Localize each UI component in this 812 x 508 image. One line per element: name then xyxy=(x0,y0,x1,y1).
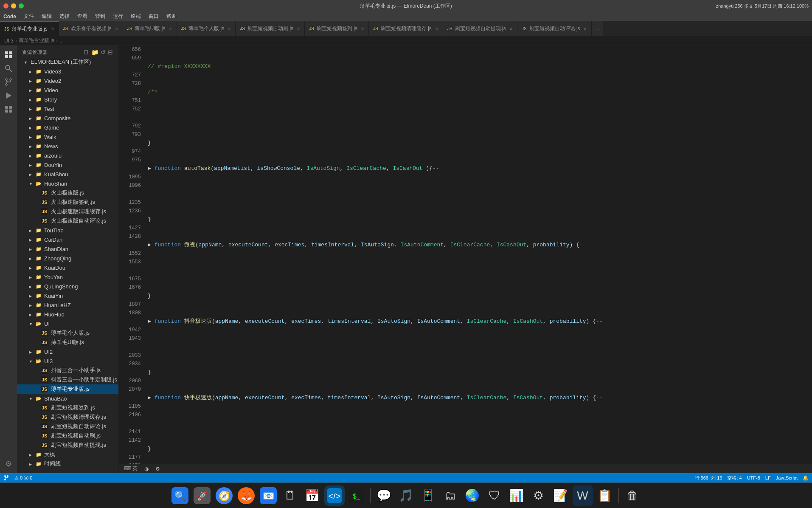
sidebar-item-kuaishou[interactable]: 📁KuaiShou xyxy=(17,169,118,179)
tab-close-button[interactable]: × xyxy=(361,25,364,32)
sidebar-item-qulingsheng[interactable]: 📁QuLingSheng xyxy=(17,282,118,291)
status-spaces[interactable]: 空格: 4 xyxy=(727,475,742,481)
tab-close-button[interactable]: × xyxy=(297,25,300,32)
sidebar-item-ui3[interactable]: 📂UI3 xyxy=(17,356,118,366)
dock-misc8[interactable]: 📋 xyxy=(595,485,615,506)
minimize-button[interactable] xyxy=(11,3,16,8)
sidebar-item-sb1[interactable]: JS刷宝短视频签到.js xyxy=(17,403,118,412)
status-extra[interactable]: 🔔 xyxy=(803,475,809,481)
new-file-icon[interactable]: 🗒 xyxy=(83,49,90,56)
tab-9[interactable]: JS 刷宝短视频自动评论.js × xyxy=(517,21,592,36)
extensions-icon[interactable] xyxy=(3,103,14,115)
tab-close-button[interactable]: × xyxy=(584,25,587,32)
sidebar-item-kuaiyin[interactable]: 📁KuaiYin xyxy=(17,291,118,300)
menu-run[interactable]: 运行 xyxy=(110,12,126,21)
sidebar-item-aizoulu[interactable]: 📁aizoulu xyxy=(17,151,118,160)
sidebar-item-ui-version[interactable]: JS薄羊毛UI版.js xyxy=(17,338,118,347)
tab-close-button[interactable]: × xyxy=(51,25,54,32)
sidebar-item-ui-personal[interactable]: JS薄羊毛个人版.js xyxy=(17,328,118,338)
status-encoding[interactable]: UTF-8 xyxy=(747,475,760,480)
sidebar-item-douyin-custom[interactable]: JS抖音三合一小助手定制版.js xyxy=(17,375,118,384)
settings-gear-icon[interactable]: ⚙ xyxy=(155,466,160,472)
sidebar-item-caidan[interactable]: 📁CaiDan xyxy=(17,235,118,244)
dock-misc7[interactable]: 📝 xyxy=(551,485,571,506)
menu-file[interactable]: 文件 xyxy=(20,12,37,21)
tab-3[interactable]: JS 薄羊毛UI版.js × xyxy=(123,21,177,36)
dock-misc1[interactable]: 📱 xyxy=(418,485,438,506)
menu-edit[interactable]: 编辑 xyxy=(38,12,55,21)
status-cursor[interactable]: 行 566, 列 16 xyxy=(695,475,722,481)
tab-6[interactable]: JS 刷宝短视频签到.js × xyxy=(305,21,369,36)
code-lines[interactable]: // #region XXXXXXXX /** } ▶ function aut… xyxy=(144,45,812,464)
sidebar-item-story[interactable]: 📁Story xyxy=(17,95,118,104)
source-control-icon[interactable] xyxy=(3,76,14,88)
sidebar-item-douyin-helper[interactable]: JS抖音三合一小助手.js xyxy=(17,366,118,375)
sidebar-item-video3[interactable]: 📁Video3 xyxy=(17,67,118,76)
editor-content[interactable]: 656 659 727 728 751 752 792 793 974 975 … xyxy=(119,45,812,464)
tab-close-button[interactable]: × xyxy=(435,25,438,32)
sidebar-item-timeline[interactable]: 📁时间线 xyxy=(17,459,118,468)
sidebar-item-video[interactable]: 📁Video xyxy=(17,85,118,95)
dock-firefox[interactable]: 🦊 xyxy=(236,485,256,506)
dock-launchpad[interactable]: 🚀 xyxy=(192,485,212,506)
sidebar-item-kuaidou[interactable]: 📁KuaiDou xyxy=(17,263,118,272)
tab-2[interactable]: JS 欢乐盒子看视频.js × xyxy=(59,21,123,36)
tab-close-button[interactable]: × xyxy=(509,25,513,32)
tab-7[interactable]: JS 刷宝短视频清理缓存.js × xyxy=(369,21,443,36)
sidebar-item-huohuo[interactable]: 📁HuoHuo xyxy=(17,310,118,319)
explorer-icon[interactable] xyxy=(3,49,14,61)
tab-close-button[interactable]: × xyxy=(228,25,231,32)
tab-close-button[interactable]: × xyxy=(115,25,118,32)
dock-misc5[interactable]: 📊 xyxy=(506,485,527,506)
dock-mail[interactable]: 📧 xyxy=(258,485,278,506)
sidebar-item-news[interactable]: 📁News xyxy=(17,141,118,151)
menu-terminal[interactable]: 终端 xyxy=(127,12,144,21)
sidebar-item-shandian[interactable]: 📁ShanDian xyxy=(17,244,118,254)
theme-icon[interactable]: ◑ xyxy=(144,466,149,472)
search-icon[interactable] xyxy=(3,62,14,74)
tab-4[interactable]: JS 薄羊毛个人版.js × xyxy=(177,21,236,36)
sidebar-item-youyan[interactable]: 📁YouYan xyxy=(17,272,118,282)
dock-safari[interactable]: 🧭 xyxy=(214,485,234,506)
sidebar-item-douyin[interactable]: 📁DouYin xyxy=(17,160,118,169)
input-method-icon[interactable]: ⌨ 英 xyxy=(124,465,138,472)
breadcrumb-part-2[interactable]: 薄羊毛专业版.js xyxy=(19,37,54,44)
tab-close-button[interactable]: × xyxy=(169,25,172,32)
status-line-ending[interactable]: LF xyxy=(765,475,771,480)
sidebar-item-video2[interactable]: 📁Video2 xyxy=(17,76,118,85)
status-branch[interactable] xyxy=(3,475,10,481)
menu-window[interactable]: 窗口 xyxy=(145,12,162,21)
menu-select[interactable]: 选择 xyxy=(56,12,73,21)
dock-trash[interactable]: 🗑 xyxy=(622,485,643,506)
sidebar-item-huoshan[interactable]: 📂HuoShan xyxy=(17,179,118,188)
traffic-lights[interactable] xyxy=(3,3,24,8)
breadcrumb-part-1[interactable]: UI 3 xyxy=(4,38,14,44)
sidebar-item-huoshan-js2[interactable]: JS火山极速版签到.js xyxy=(17,198,118,207)
sidebar-item-sb5[interactable]: JS刷宝短视频自动提现.js xyxy=(17,440,118,450)
sidebar-item-composite[interactable]: 📁Composite xyxy=(17,113,118,123)
menu-goto[interactable]: 转到 xyxy=(92,12,109,21)
tab-5[interactable]: JS 刷宝短视频自动刷.js × xyxy=(236,21,305,36)
breadcrumb-part-3[interactable]: ... xyxy=(59,38,64,44)
dock-terminal[interactable]: $_ xyxy=(346,485,367,506)
menu-help[interactable]: 帮助 xyxy=(163,12,180,21)
maximize-button[interactable] xyxy=(19,3,24,8)
dock-finder[interactable]: 🔍 xyxy=(170,485,190,506)
sidebar-item-game[interactable]: 📁Game xyxy=(17,123,118,132)
dock-music[interactable]: 🎵 xyxy=(396,485,416,506)
dock-calendar[interactable]: 📅 xyxy=(302,485,323,506)
sidebar-item-toutiao[interactable]: 📁TouTiao xyxy=(17,226,118,235)
refresh-icon[interactable]: ↺ xyxy=(101,49,106,56)
close-button[interactable] xyxy=(3,3,8,8)
status-errors[interactable]: ⚠ 0 ⓧ 0 xyxy=(14,475,32,481)
dock-misc4[interactable]: 🛡 xyxy=(484,485,505,506)
sidebar-item-walk[interactable]: 📁Walk xyxy=(17,132,118,141)
sidebar-item-ui[interactable]: 📂UI xyxy=(17,319,118,328)
sidebar-item-sb3[interactable]: JS刷宝短视频自动评论.js xyxy=(17,422,118,431)
dock-notes[interactable]: 🗒 xyxy=(280,485,301,506)
tab-active[interactable]: JS 薄羊毛专业版.js × xyxy=(0,21,59,36)
dock-wechat[interactable]: 💬 xyxy=(374,485,394,506)
sidebar-item-huanlehz[interactable]: 📁HuanLeHZ xyxy=(17,300,118,310)
sidebar-item-sb4[interactable]: JS刷宝短视频自动刷.js xyxy=(17,431,118,440)
new-folder-icon[interactable]: 📁 xyxy=(91,49,99,56)
